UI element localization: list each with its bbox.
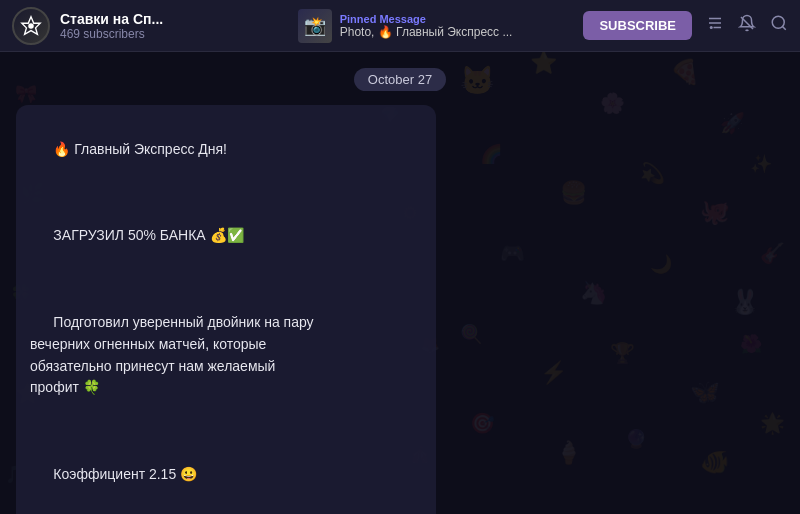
channel-name: Ставки на Сп...	[60, 11, 163, 27]
topbar: Ставки на Сп... 469 subscribers 📸 Pinned…	[0, 0, 800, 52]
message-bubble: 🔥 Главный Экспресс Дня! ЗАГРУЗИЛ 50% БАН…	[16, 105, 436, 514]
date-badge-text: October 27	[354, 68, 446, 91]
search-icon[interactable]	[770, 14, 788, 37]
date-badge: October 27	[16, 68, 784, 91]
notifications-icon[interactable]	[738, 14, 756, 37]
pinned-message-section[interactable]: 📸 Pinned Message Photo, 🔥 Главный Экспре…	[288, 9, 584, 43]
pinned-thumbnail: 📸	[298, 9, 332, 43]
settings-icon[interactable]	[706, 14, 724, 37]
message-line3: Коэффициент 2.15 😀	[53, 466, 197, 482]
pinned-text-block: Pinned Message Photo, 🔥 Главный Экспресс…	[340, 13, 513, 39]
svg-point-39	[710, 26, 713, 29]
topbar-actions: SUBSCRIBE	[583, 11, 788, 40]
svg-point-41	[772, 16, 784, 28]
message-body: 🔥 Главный Экспресс Дня! ЗАГРУЗИЛ 50% БАН…	[30, 117, 422, 514]
message-line1: ЗАГРУЗИЛ 50% БАНКА 💰✅	[53, 227, 243, 243]
pinned-content: Photo, 🔥 Главный Экспресс ...	[340, 25, 513, 39]
channel-subscribers: 469 subscribers	[60, 27, 163, 41]
svg-line-42	[783, 26, 786, 29]
message-header: 🔥 Главный Экспресс Дня!	[53, 141, 227, 157]
channel-info-section: Ставки на Сп... 469 subscribers	[12, 7, 288, 45]
channel-details: Ставки на Сп... 469 subscribers	[60, 11, 163, 41]
channel-logo	[12, 7, 50, 45]
subscribe-button[interactable]: SUBSCRIBE	[583, 11, 692, 40]
svg-point-35	[28, 23, 34, 29]
chat-area: October 27 🔥 Главный Экспресс Дня! ЗАГРУ…	[0, 52, 800, 514]
message-line2: Подготовил уверенный двойник на пару веч…	[30, 314, 314, 395]
pinned-label: Pinned Message	[340, 13, 513, 25]
